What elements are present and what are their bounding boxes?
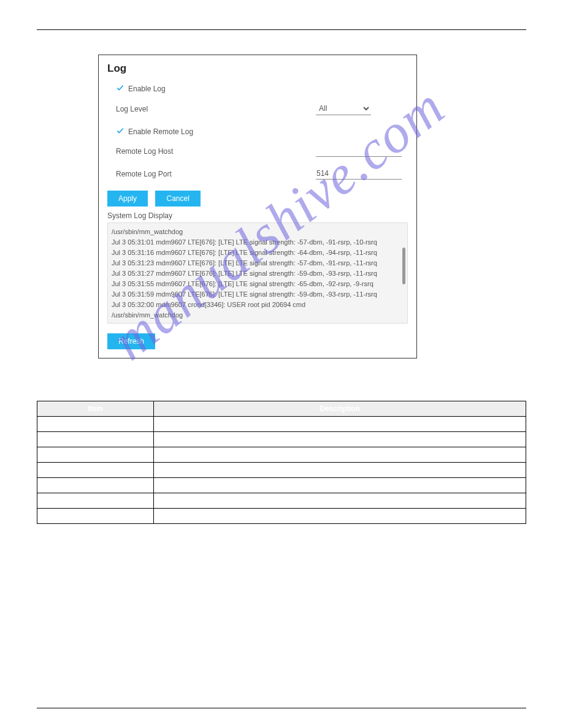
log-line: Jul 3 05:31:16 mdm9607 LTE[676]: [LTE] L…	[112, 248, 404, 258]
table-row: Log LevelDefine log level – All, debug, …	[37, 431, 526, 447]
log-display[interactable]: /usr/sbin/mm_watchdog Jul 3 05:31:01 mdm…	[107, 222, 408, 324]
log-line: /usr/sbin/mm_watchdog	[112, 310, 404, 320]
header-rule	[37, 29, 526, 30]
table-row: Remote Log HostIP address of the remote …	[37, 462, 526, 477]
figure-caption: Figure 73 – Tools tab, Logs page	[37, 365, 526, 373]
enable-remote-label: Enable Remote Log	[128, 127, 193, 136]
remote-host-label: Remote Log Host	[116, 147, 316, 156]
table-row: System Log DisplayLog display window	[37, 493, 526, 508]
log-line: /usr/sbin/mm_watchdog	[112, 227, 404, 237]
refresh-button[interactable]: Refresh	[107, 333, 155, 349]
table-row: Remote Log PortPort of the remote syslog…	[37, 477, 526, 493]
log-line: Jul 3 05:31:23 mdm9607 LTE[676]: [LTE] L…	[112, 258, 404, 268]
intro-text: The description of items in this page is…	[37, 385, 526, 396]
log-settings-panel: Log Enable Log Log Level All Enable Remo…	[98, 55, 417, 358]
scrollbar-thumb[interactable]	[402, 248, 405, 284]
apply-button[interactable]: Apply	[107, 191, 148, 207]
enable-log-row[interactable]: Enable Log	[116, 83, 408, 94]
log-line: Jul 3 05:31:59 mdm9607 LTE[676]: [LTE] L…	[112, 289, 404, 300]
th-item: Item	[37, 401, 154, 416]
table-row: Enable Remote LogEnable/disable log remo…	[37, 447, 526, 462]
th-desc: Description	[154, 401, 526, 416]
doc-model: AP-1805	[37, 18, 66, 27]
table-row: RefreshRefresh the log display window	[37, 508, 526, 523]
table-row: Enable LogEnable/disable log function	[37, 416, 526, 431]
footer-version: Version 0.1.1	[37, 711, 76, 718]
description-table: Item Description Enable LogEnable/disabl…	[37, 401, 526, 524]
footer-page: Page 82	[501, 711, 526, 718]
log-line: Jul 3 05:31:01 mdm9607 LTE[676]: [LTE] L…	[112, 237, 404, 248]
doc-brand: ColumbiaTech	[480, 18, 526, 27]
enable-log-label: Enable Log	[128, 85, 166, 93]
check-icon	[116, 126, 128, 137]
log-line: Jul 3 05:32:02 mdm9607 LTE[676]: [LTE] L…	[112, 320, 404, 324]
log-line: Jul 3 05:31:27 mdm9607 LTE[676]: [LTE] L…	[112, 268, 404, 279]
check-icon	[116, 83, 128, 94]
log-level-select[interactable]: All	[316, 102, 371, 115]
remote-port-input[interactable]	[316, 168, 402, 180]
remote-port-label: Remote Log Port	[116, 170, 316, 178]
cancel-button[interactable]: Cancel	[155, 191, 200, 207]
log-line: Jul 3 05:32:00 mdm9607 crond[3346]: USER…	[112, 300, 404, 310]
remote-host-input[interactable]	[316, 145, 402, 157]
log-level-label: Log Level	[116, 105, 316, 113]
enable-remote-row[interactable]: Enable Remote Log	[116, 126, 408, 137]
system-log-title: System Log Display	[107, 211, 408, 220]
log-line: Jul 3 05:31:55 mdm9607 LTE[676]: [LTE] L…	[112, 279, 404, 289]
panel-title: Log	[107, 63, 408, 75]
